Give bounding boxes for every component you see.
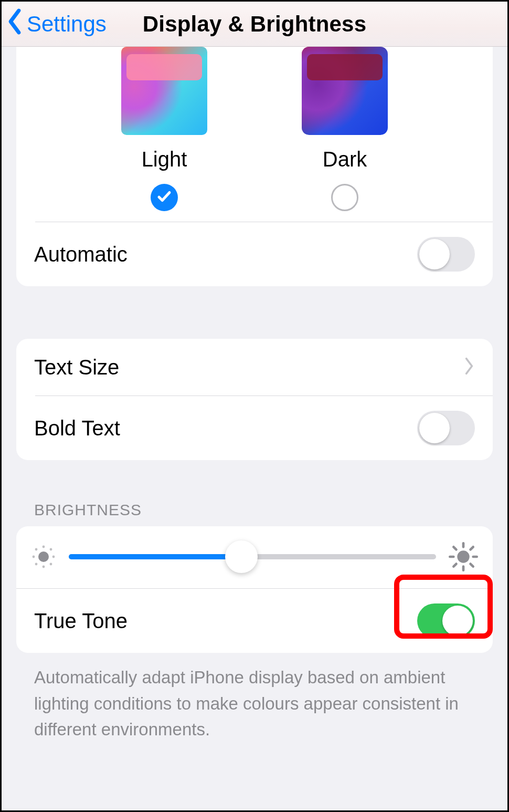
bold-text-label: Bold Text bbox=[34, 417, 120, 440]
brightness-group: True Tone bbox=[16, 526, 493, 653]
sun-min-icon bbox=[31, 544, 56, 569]
true-tone-row[interactable]: True Tone bbox=[16, 589, 493, 653]
text-size-row[interactable]: Text Size bbox=[16, 339, 493, 395]
svg-line-14 bbox=[453, 547, 456, 549]
automatic-row[interactable]: Automatic bbox=[16, 222, 493, 286]
light-label: Light bbox=[142, 148, 187, 171]
svg-point-5 bbox=[35, 548, 38, 551]
svg-point-3 bbox=[33, 556, 35, 558]
svg-point-0 bbox=[38, 551, 49, 562]
bold-text-toggle[interactable] bbox=[417, 411, 475, 445]
true-tone-footer: Automatically adapt iPhone display based… bbox=[34, 664, 475, 743]
back-button[interactable]: Settings bbox=[5, 2, 107, 47]
back-label: Settings bbox=[27, 12, 107, 37]
true-tone-toggle[interactable] bbox=[417, 603, 475, 638]
nav-bar: Settings Display & Brightness bbox=[2, 2, 507, 47]
brightness-section-header: BRIGHTNESS bbox=[34, 501, 507, 519]
appearance-option-dark[interactable]: Dark bbox=[302, 47, 388, 211]
svg-point-4 bbox=[52, 556, 55, 558]
content: Light Dark bbox=[2, 47, 507, 743]
dark-label: Dark bbox=[323, 148, 367, 171]
brightness-slider-row bbox=[16, 526, 493, 588]
text-group: Text Size Bold Text bbox=[16, 339, 493, 460]
svg-point-6 bbox=[50, 548, 52, 551]
sun-max-icon bbox=[449, 542, 478, 571]
true-tone-label: True Tone bbox=[34, 609, 128, 633]
checkmark-icon bbox=[156, 189, 172, 206]
svg-line-15 bbox=[471, 564, 473, 567]
chevron-left-icon bbox=[5, 8, 25, 40]
svg-point-7 bbox=[35, 563, 38, 566]
dark-mode-thumbnail bbox=[302, 47, 388, 135]
bold-text-row[interactable]: Bold Text bbox=[16, 396, 493, 460]
brightness-slider-thumb[interactable] bbox=[225, 540, 258, 573]
appearance-options: Light Dark bbox=[16, 47, 493, 222]
appearance-option-light[interactable]: Light bbox=[121, 47, 207, 211]
text-size-label: Text Size bbox=[34, 356, 119, 379]
automatic-toggle[interactable] bbox=[417, 237, 475, 272]
svg-line-16 bbox=[453, 564, 456, 567]
svg-line-17 bbox=[471, 547, 473, 549]
appearance-group: Light Dark bbox=[16, 47, 493, 286]
light-mode-thumbnail bbox=[121, 47, 207, 135]
svg-point-9 bbox=[457, 550, 469, 563]
dark-radio-unselected[interactable] bbox=[331, 184, 358, 211]
svg-point-2 bbox=[43, 566, 45, 568]
brightness-slider[interactable] bbox=[69, 554, 436, 559]
page-title: Display & Brightness bbox=[143, 12, 366, 37]
chevron-right-icon bbox=[463, 357, 475, 378]
light-radio-selected[interactable] bbox=[151, 184, 178, 211]
automatic-label: Automatic bbox=[34, 243, 128, 266]
svg-point-1 bbox=[43, 546, 45, 548]
svg-point-8 bbox=[50, 563, 52, 566]
